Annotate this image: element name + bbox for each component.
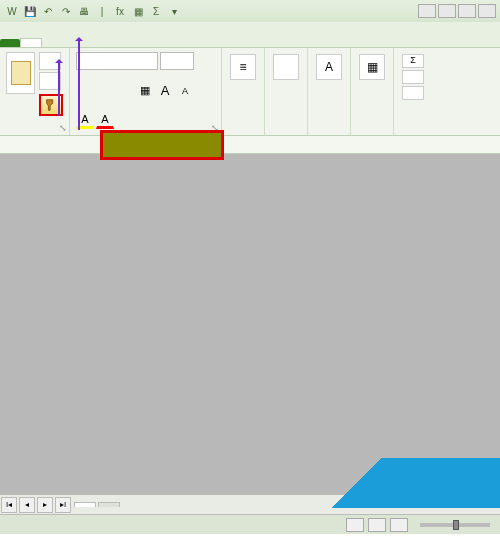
group-styles: A xyxy=(308,48,351,135)
tab-formula[interactable] xyxy=(82,39,102,47)
status-bar xyxy=(0,514,500,534)
clipboard-expand-icon[interactable]: ⤡ xyxy=(59,123,67,133)
brush-icon xyxy=(44,98,58,112)
clipboard-icon xyxy=(11,61,31,85)
minimize-button[interactable] xyxy=(438,4,456,18)
group-number xyxy=(265,48,308,135)
paste-button[interactable] xyxy=(6,52,35,94)
view-normal-button[interactable] xyxy=(346,518,364,532)
title-bar: W 💾 ↶ ↷ 🖶 | fx ▦ Σ ▾ xyxy=(0,0,500,22)
sheet-nav-last[interactable]: ▸I xyxy=(55,497,71,513)
styles-icon[interactable]: A xyxy=(316,54,342,80)
grow-font-button[interactable]: A xyxy=(156,82,174,100)
watermark xyxy=(310,458,500,508)
group-alignment: ≡ xyxy=(222,48,265,135)
close-button[interactable] xyxy=(478,4,496,18)
tab-developer[interactable] xyxy=(162,39,182,47)
italic-button[interactable] xyxy=(96,82,114,100)
qat-more-icon[interactable]: ▾ xyxy=(166,3,182,19)
tab-insert[interactable] xyxy=(42,39,62,47)
border-button[interactable]: ▦ xyxy=(136,82,154,100)
clear-button[interactable] xyxy=(402,86,424,100)
font-name-select[interactable] xyxy=(76,52,158,70)
undo-icon[interactable]: ↶ xyxy=(40,3,56,19)
annotation-arrow xyxy=(78,38,80,130)
maximize-button[interactable] xyxy=(458,4,476,18)
percent-icon[interactable] xyxy=(273,54,299,80)
cells-icon[interactable]: ▦ xyxy=(359,54,385,80)
sheet-tab-1[interactable] xyxy=(74,502,96,507)
alignment-icon[interactable]: ≡ xyxy=(230,54,256,80)
annotation-callout xyxy=(100,130,224,160)
save-icon[interactable]: 💾 xyxy=(22,3,38,19)
zoom-slider[interactable] xyxy=(420,523,490,527)
help-button[interactable] xyxy=(418,4,436,18)
view-layout-button[interactable] xyxy=(368,518,386,532)
sheet-nav-prev[interactable]: ◂ xyxy=(19,497,35,513)
qat-sep: | xyxy=(94,3,110,19)
sheet-nav-first[interactable]: I◂ xyxy=(1,497,17,513)
spreadsheet-grid[interactable] xyxy=(0,154,500,494)
group-cells: ▦ xyxy=(351,48,394,135)
font-size-select[interactable] xyxy=(160,52,194,70)
underline-button[interactable] xyxy=(116,82,134,100)
ribbon-footer xyxy=(0,136,500,154)
tab-view[interactable] xyxy=(142,39,162,47)
sheet-tab-2[interactable] xyxy=(98,502,120,507)
font-color-button[interactable]: A xyxy=(96,111,114,129)
fill-button[interactable] xyxy=(402,70,424,84)
view-break-button[interactable] xyxy=(390,518,408,532)
wps-icon[interactable]: W xyxy=(4,3,20,19)
print-icon[interactable]: 🖶 xyxy=(76,3,92,19)
status-right xyxy=(346,518,494,532)
tab-file[interactable] xyxy=(0,39,20,47)
group-font: ▦ A A A A ⤡ xyxy=(70,48,222,135)
tab-data[interactable] xyxy=(102,39,122,47)
fx-icon[interactable]: fx xyxy=(112,3,128,19)
redo-icon[interactable]: ↷ xyxy=(58,3,74,19)
ribbon: ⤡ ▦ A A A A ⤡ ≡ A ▦ xyxy=(0,48,500,136)
quick-access-toolbar: W 💾 ↶ ↷ 🖶 | fx ▦ Σ ▾ xyxy=(4,3,418,19)
sheet-nav-next[interactable]: ▸ xyxy=(37,497,53,513)
annotation-arrow xyxy=(58,60,60,116)
zoom-thumb[interactable] xyxy=(453,520,459,530)
window-controls xyxy=(418,4,496,18)
group-edit: Σ xyxy=(394,48,432,135)
autosum-button[interactable]: Σ xyxy=(402,54,424,68)
tab-review[interactable] xyxy=(122,39,142,47)
tab-home[interactable] xyxy=(20,38,42,47)
shrink-font-button[interactable]: A xyxy=(176,82,194,100)
table-icon[interactable]: ▦ xyxy=(130,3,146,19)
sum-icon[interactable]: Σ xyxy=(148,3,164,19)
